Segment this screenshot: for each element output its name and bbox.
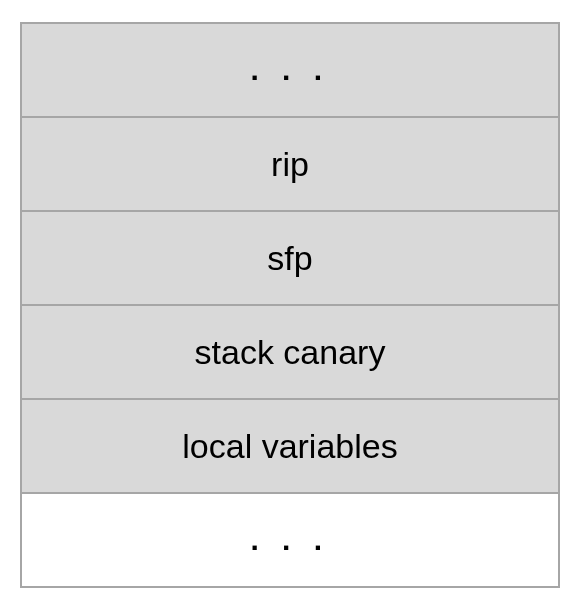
ellipsis-bottom: . . . bbox=[250, 523, 329, 557]
stack-row-above: . . . bbox=[20, 22, 560, 118]
stack-label: sfp bbox=[267, 239, 312, 278]
stack-label: stack canary bbox=[195, 333, 386, 372]
stack-label: rip bbox=[271, 145, 309, 184]
stack-row-sfp: sfp bbox=[20, 210, 560, 306]
stack-row-canary: stack canary bbox=[20, 304, 560, 400]
stack-layout-diagram: . . . rip sfp stack canary local variabl… bbox=[20, 22, 560, 586]
stack-row-locals: local variables bbox=[20, 398, 560, 494]
stack-row-rip: rip bbox=[20, 116, 560, 212]
stack-row-below: . . . bbox=[20, 492, 560, 588]
stack-label: local variables bbox=[182, 427, 397, 466]
ellipsis-top: . . . bbox=[250, 53, 329, 87]
